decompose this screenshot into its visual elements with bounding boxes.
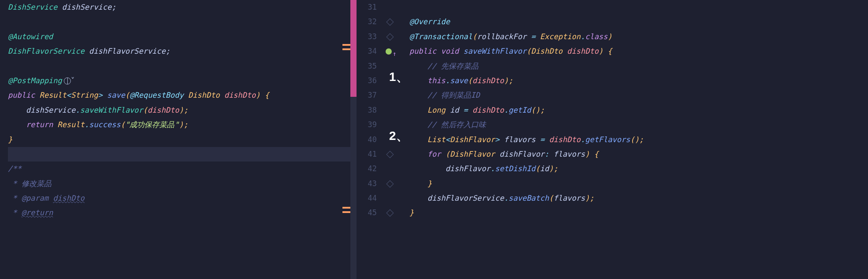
diff-marker-icon <box>342 207 350 209</box>
line-number: 45 <box>357 206 377 220</box>
code-token: save <box>450 76 468 85</box>
code-line[interactable]: } <box>8 132 357 147</box>
code-token: rollbackFor <box>477 32 531 41</box>
right-editor-pane[interactable]: 313233343536373839404142434445 ↑ @Overri… <box>357 0 868 279</box>
code-line[interactable]: Long id = dishDto.getId(); <box>409 103 868 117</box>
code-token: . <box>504 106 508 114</box>
code-line[interactable]: * @param dishDto <box>8 191 357 206</box>
code-token: dishFlavor <box>409 164 490 173</box>
code-line[interactable] <box>8 59 357 73</box>
code-token: dishDto <box>549 135 581 144</box>
code-token: . <box>85 120 89 129</box>
code-token: dishDto <box>472 106 504 114</box>
line-number: 32 <box>357 15 377 29</box>
code-line[interactable]: DishFlavorService dishFlavorService; <box>8 44 357 59</box>
code-token: flavors <box>504 135 540 144</box>
code-line[interactable]: @Override <box>409 15 868 29</box>
code-token: > <box>98 91 107 99</box>
globe-icon <box>64 77 71 84</box>
fold-marker-icon[interactable] <box>386 33 394 40</box>
code-token <box>409 150 427 158</box>
code-token: @PostMapping <box>8 76 62 85</box>
code-token: return <box>26 120 58 129</box>
code-line[interactable]: @Autowired <box>8 29 357 44</box>
code-token: ); <box>179 106 188 114</box>
code-line[interactable]: dishFlavor.setDishId(id); <box>409 162 868 176</box>
left-editor-pane[interactable]: DishService dishService; @AutowiredDishF… <box>0 0 357 279</box>
fold-marker-icon[interactable] <box>386 209 394 217</box>
code-line[interactable]: } <box>409 176 868 191</box>
fold-marker-icon[interactable] <box>386 18 394 26</box>
code-token <box>8 120 26 129</box>
code-token <box>409 135 427 144</box>
code-line[interactable] <box>8 147 357 162</box>
left-scrollbar[interactable] <box>350 0 357 279</box>
diff-marker-icon <box>342 48 350 50</box>
code-token: (); <box>531 106 544 114</box>
code-line[interactable]: * @return <box>8 206 357 220</box>
code-line[interactable]: public void saveWithFlavor(DishDto dishD… <box>409 44 868 59</box>
code-token: flavors <box>554 150 585 158</box>
code-line[interactable] <box>8 15 357 29</box>
line-number: 44 <box>357 191 377 206</box>
code-line[interactable]: // 然后存入口味 <box>409 117 868 132</box>
code-token: . <box>581 135 585 144</box>
code-token: DishDto <box>531 47 567 55</box>
code-line[interactable]: return Result.success("成功保存菜品"); <box>8 117 357 132</box>
code-token: } <box>8 135 12 144</box>
code-token: ( <box>526 47 531 55</box>
code-line[interactable]: this.save(dishDto); <box>409 73 868 88</box>
line-number: 36 <box>357 73 377 88</box>
code-token: /** <box>8 164 22 173</box>
code-line[interactable]: dishService.saveWithFlavor(dishDto); <box>8 103 357 117</box>
code-token: ) { <box>599 47 612 55</box>
code-token <box>409 91 427 99</box>
code-line[interactable]: /** <box>8 162 357 176</box>
code-token: < <box>66 91 71 99</box>
fold-marker-icon[interactable] <box>386 151 394 158</box>
code-token: String <box>71 91 98 99</box>
code-token: Exception <box>540 32 581 41</box>
fold-marker-icon[interactable] <box>386 180 394 187</box>
code-line[interactable]: // 先保存菜品 <box>409 59 868 73</box>
left-code-area[interactable]: DishService dishService; @AutowiredDishF… <box>0 0 357 220</box>
code-token: DishFlavor <box>450 150 500 158</box>
code-token: @Override <box>409 17 450 26</box>
line-number: 39 <box>357 117 377 132</box>
code-line[interactable]: * 修改菜品 <box>8 176 357 191</box>
right-code-area[interactable]: @Override@Transactional(rollbackFor = Ex… <box>405 0 868 279</box>
code-token: // 得到菜品ID <box>427 91 480 99</box>
code-line[interactable]: dishFlavorService.saveBatch(flavors); <box>409 191 868 206</box>
code-token: DishFlavor <box>450 135 495 144</box>
code-line[interactable]: // 得到菜品ID <box>409 88 868 103</box>
line-number: 31 <box>357 0 377 15</box>
code-token: saveWithFlavor <box>463 47 526 55</box>
code-line[interactable]: public Result<String> save(@RequestBody … <box>8 88 357 103</box>
code-line[interactable]: @Transactional(rollbackFor = Exception.c… <box>409 29 868 44</box>
code-token: // 然后存入口味 <box>427 120 486 129</box>
code-token: id <box>540 164 549 173</box>
code-line[interactable]: List<DishFlavor> flavors = dishDto.getFl… <box>409 132 868 147</box>
code-token: ( <box>445 150 450 158</box>
code-token: getId <box>508 106 531 114</box>
line-number: 35 <box>357 59 377 73</box>
code-line[interactable]: for (DishFlavor dishFlavor: flavors) { <box>409 147 868 162</box>
code-token: dishDto <box>147 106 179 114</box>
code-token: . <box>504 194 508 202</box>
code-token: // 先保存菜品 <box>427 62 478 70</box>
code-line[interactable]: @PostMapping˅ <box>8 73 357 88</box>
code-token: . <box>76 106 80 114</box>
code-token: flavors <box>554 194 585 202</box>
code-line[interactable]: DishService dishService; <box>8 0 357 15</box>
code-token <box>409 106 427 114</box>
code-token: ) <box>607 32 612 41</box>
code-line[interactable]: } <box>409 206 868 220</box>
code-token: dishDto <box>53 194 85 202</box>
override-gutter-icon[interactable] <box>386 48 392 55</box>
code-line[interactable] <box>409 0 868 15</box>
code-token: ); <box>504 76 513 85</box>
code-token <box>409 62 427 70</box>
code-token: Long <box>427 106 450 114</box>
code-token: 修改菜品 <box>22 179 51 188</box>
line-number: 38 <box>357 103 377 117</box>
